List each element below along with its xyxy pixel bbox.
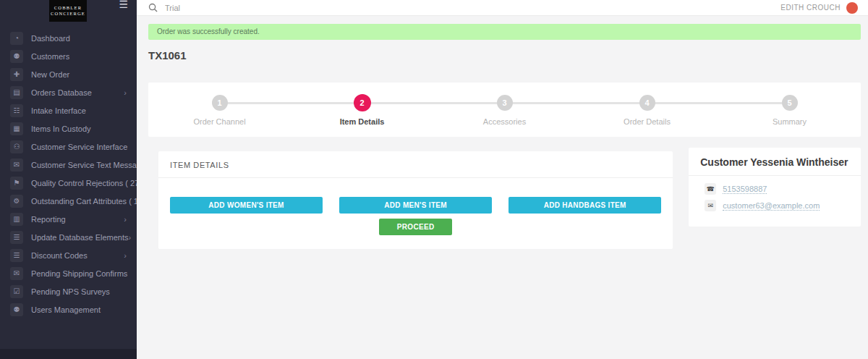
- sidebar-item-label: Customer Service Text Messages: [31, 161, 150, 169]
- step-label: Order Channel: [193, 117, 245, 126]
- sidebar-item-users-management[interactable]: ⚉ Users Management: [0, 300, 137, 318]
- logo-row: COBBLER CONCIERGE ☰: [0, 0, 137, 22]
- customer-phone-link[interactable]: 5153598887: [723, 185, 767, 194]
- sidebar-item-pending-nps-surveys[interactable]: ☑ Pending NPS Surveys: [0, 282, 137, 300]
- avatar[interactable]: [846, 2, 858, 14]
- customers-icon: ⚉: [10, 50, 23, 63]
- chevron-right-icon: ›: [124, 88, 127, 97]
- thumbs-down-icon: ⚑: [10, 177, 23, 190]
- sidebar-footer: [0, 349, 137, 359]
- customer-phone-row: ☎ 5153598887: [705, 183, 849, 195]
- sidebar-toggle-icon[interactable]: ☰: [119, 0, 128, 10]
- brand-logo[interactable]: COBBLER CONCIERGE: [49, 0, 87, 22]
- sidebar-item-customer-service-interface[interactable]: ⚇ Customer Service Interface: [0, 138, 137, 156]
- sidebar-item-outstanding-cart-attributes[interactable]: ⚙ Outstanding Cart Attributes ( 1 ): [0, 192, 137, 210]
- step-order-details[interactable]: 4 Order Details: [576, 95, 718, 126]
- plus-icon: ✚: [10, 68, 23, 81]
- app-window: COBBLER CONCIERGE ☰ ◔ Dashboard ⚉ Custom…: [0, 0, 868, 359]
- message-icon: ✉: [10, 159, 23, 172]
- success-alert: Order was successfully created.: [148, 24, 861, 40]
- sidebar-item-label: Intake Interface: [31, 106, 86, 115]
- user-icon: ⚉: [10, 303, 23, 316]
- list-icon: ☰: [10, 249, 23, 262]
- sidebar-item-items-in-custody[interactable]: ▦ Items In Custody: [0, 119, 137, 138]
- sidebar-item-label: Quality Control Rejections ( 27 ): [31, 179, 144, 187]
- topbar: EDITH CROUCH: [137, 0, 868, 16]
- sidebar-item-customer-service-text-messages[interactable]: ✉ Customer Service Text Messages: [0, 156, 137, 174]
- sidebar-item-intake-interface[interactable]: ☷ Intake Interface: [0, 101, 137, 119]
- sidebar-item-label: Orders Database: [31, 88, 92, 97]
- search-input[interactable]: [165, 4, 324, 12]
- sidebar-nav: ◔ Dashboard ⚉ Customers ✚ New Order ▤ Or…: [0, 29, 137, 318]
- sidebar: COBBLER CONCIERGE ☰ ◔ Dashboard ⚉ Custom…: [0, 0, 137, 359]
- sidebar-item-update-database-elements[interactable]: ☰ Update Database Elements ›: [0, 228, 137, 246]
- customer-email-row: ✉ customer63@example.com: [705, 200, 849, 211]
- chart-icon: ▥: [10, 213, 23, 226]
- sidebar-item-label: Discount Codes: [31, 251, 88, 260]
- step-number-badge: 1: [212, 95, 228, 111]
- step-label: Accessories: [483, 117, 526, 126]
- user-menu[interactable]: EDITH CROUCH: [780, 4, 841, 12]
- sidebar-item-quality-control-rejections[interactable]: ⚑ Quality Control Rejections ( 27 ): [0, 174, 137, 192]
- step-item-details[interactable]: 2 Item Details: [291, 95, 433, 126]
- main-content: Order was successfully created. TX1061 1…: [137, 16, 868, 359]
- step-label: Item Details: [340, 117, 385, 126]
- step-summary[interactable]: 5 Summary: [718, 95, 861, 126]
- step-label: Order Details: [624, 117, 671, 126]
- list-icon: ☰: [10, 231, 23, 244]
- chevron-right-icon: ›: [129, 233, 132, 242]
- sidebar-item-label: Customer Service Interface: [31, 143, 127, 151]
- customer-card-title: Customer Yessenia Wintheiser: [689, 148, 861, 176]
- user-area: EDITH CROUCH: [780, 2, 858, 14]
- add-mens-item-button[interactable]: ADD MEN'S ITEM: [339, 197, 492, 214]
- sidebar-item-label: Update Database Elements: [31, 233, 129, 242]
- brand-logo-line1: COBBLER: [54, 5, 82, 11]
- brand-logo-line2: CONCIERGE: [51, 11, 85, 17]
- success-alert-message: Order was successfully created.: [157, 28, 260, 35]
- add-womens-item-button[interactable]: ADD WOMEN'S ITEM: [170, 197, 323, 214]
- service-icon: ⚇: [10, 140, 23, 153]
- sidebar-item-label: Reporting: [31, 215, 66, 224]
- customer-email-link[interactable]: customer63@example.com: [723, 201, 820, 211]
- chevron-right-icon: ›: [124, 251, 127, 260]
- sidebar-item-label: Customers: [31, 52, 69, 61]
- step-number-badge: 3: [497, 95, 513, 111]
- sidebar-item-label: New Order: [31, 70, 69, 79]
- step-number-badge: 5: [782, 95, 798, 111]
- database-icon: ▤: [10, 86, 23, 99]
- envelope-icon: ✉: [705, 200, 716, 211]
- sidebar-item-label: Dashboard: [31, 34, 70, 43]
- order-stepper: 1 Order Channel 2 Item Details 3 Accesso…: [148, 83, 861, 137]
- grid-icon: ▦: [10, 122, 23, 135]
- dashboard-icon: ◔: [10, 32, 23, 45]
- sidebar-item-pending-shipping-confirms[interactable]: ✉ Pending Shipping Confirms: [0, 264, 137, 282]
- mail-icon: ✉: [10, 267, 23, 280]
- step-order-channel[interactable]: 1 Order Channel: [148, 95, 291, 126]
- sidebar-item-discount-codes[interactable]: ☰ Discount Codes ›: [0, 246, 137, 264]
- customer-card: Customer Yessenia Wintheiser ☎ 515359888…: [689, 148, 861, 227]
- intake-icon: ☷: [10, 104, 23, 117]
- gear-icon: ⚙: [10, 195, 23, 208]
- sidebar-item-label: Items In Custody: [31, 124, 91, 133]
- page-title: TX1061: [148, 49, 861, 62]
- sidebar-item-customers[interactable]: ⚉ Customers: [0, 47, 137, 65]
- sidebar-item-label: Pending NPS Surveys: [31, 287, 110, 296]
- proceed-button[interactable]: PROCEED: [379, 219, 452, 235]
- sidebar-item-reporting[interactable]: ▥ Reporting ›: [0, 210, 137, 228]
- sidebar-item-new-order[interactable]: ✚ New Order: [0, 65, 137, 83]
- sidebar-item-label: Users Management: [31, 305, 101, 314]
- sidebar-item-label: Pending Shipping Confirms: [31, 269, 127, 278]
- step-accessories[interactable]: 3 Accessories: [433, 95, 576, 126]
- step-label: Summary: [773, 117, 807, 126]
- survey-check-icon: ☑: [10, 285, 23, 298]
- sidebar-item-label: Outstanding Cart Attributes ( 1 ): [31, 197, 143, 206]
- sidebar-item-dashboard[interactable]: ◔ Dashboard: [0, 29, 137, 47]
- item-details-card: ITEM DETAILS ADD WOMEN'S ITEM ADD MEN'S …: [158, 151, 673, 249]
- item-details-card-title: ITEM DETAILS: [158, 151, 673, 178]
- add-handbags-item-button[interactable]: ADD HANDBAGS ITEM: [509, 197, 661, 214]
- step-number-badge: 4: [639, 95, 655, 111]
- chevron-right-icon: ›: [124, 215, 127, 224]
- sidebar-item-orders-database[interactable]: ▤ Orders Database ›: [0, 83, 137, 101]
- search-icon: [148, 3, 158, 12]
- phone-icon: ☎: [705, 183, 716, 195]
